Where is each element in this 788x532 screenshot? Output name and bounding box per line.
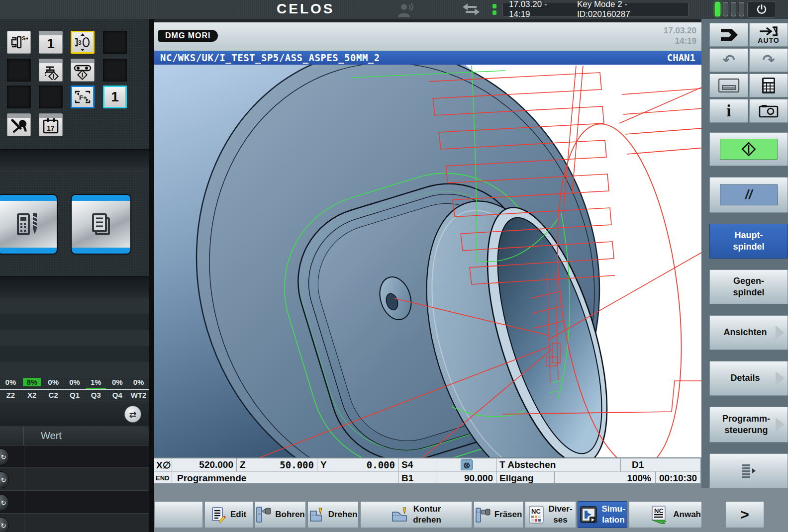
menu-list-icon (740, 463, 757, 478)
svg-text:S+: S+ (22, 35, 28, 41)
axis-load-value: 0% (43, 378, 64, 388)
softkey-simulation[interactable]: Simu- lation (578, 501, 627, 528)
calculator-button[interactable] (749, 74, 788, 97)
chevron-right-icon (776, 371, 785, 385)
table-row[interactable]: ↻ (0, 445, 149, 468)
session-datetime: 17.03.20 - 14:19 (509, 0, 570, 19)
softkey-hauptspindel[interactable]: Haupt- spindel (709, 224, 788, 259)
runtime-value: 00:10:30 (659, 473, 697, 484)
empty-key-slot (7, 86, 31, 108)
menu-extend-button[interactable] (709, 453, 788, 488)
table-row[interactable]: ↻ (0, 491, 149, 514)
info-icon: i (726, 100, 731, 122)
redo-button[interactable]: ↷ (749, 48, 788, 72)
celos-logo: CELOS (277, 1, 334, 17)
spindle-s-plus-key[interactable]: S+ (7, 31, 31, 54)
dmg-mori-logo: DMG MORI (158, 30, 218, 42)
axis-load-value: 0% (106, 378, 128, 388)
left-panel: S+ 1 3 (0, 19, 149, 532)
softkey-details[interactable]: Details (709, 361, 788, 396)
cycle-start-icon (720, 139, 778, 160)
spindle-cell: S4 (398, 458, 437, 471)
softkey-bohren[interactable]: Bohren (255, 501, 306, 528)
axis-b-label: B1 (401, 473, 413, 484)
redo-icon: ↷ (762, 51, 775, 70)
block-skip-button[interactable]: // (709, 177, 788, 213)
main-top-edge (154, 19, 701, 22)
softkey-drehen[interactable]: Drehen (307, 501, 359, 528)
undo-button[interactable]: ↶ (709, 48, 748, 72)
empty-key-slot (103, 31, 127, 54)
axis-label: Q3 (85, 391, 106, 401)
calendar-key[interactable]: 17 (39, 113, 63, 136)
tool-number-key[interactable]: 1 (39, 31, 63, 54)
end-badge: END (156, 474, 169, 482)
feed-mode: Eilgang (499, 473, 534, 484)
softkey-kontur-drehen[interactable]: Kontur drehen (360, 501, 472, 528)
softkey-fraesen[interactable]: Fräsen (474, 501, 523, 528)
service-tools-key[interactable] (7, 113, 31, 136)
softkey-gegenspindel[interactable]: Gegen- spindel (709, 269, 788, 304)
axis-z-label: Z (240, 459, 246, 470)
contour-turning-icon (391, 506, 408, 523)
spindle-stop-icon: ⊗ (461, 459, 473, 470)
table-row[interactable]: ↻ (0, 514, 149, 532)
softkey-programmsteuerung[interactable]: Programm- steuerung (709, 407, 788, 443)
cycle-start-button[interactable] (709, 132, 788, 166)
user-icon[interactable] (396, 2, 416, 17)
channel-bar (731, 2, 736, 16)
milling-icon (475, 506, 491, 523)
coolant-key[interactable] (39, 59, 63, 82)
documents-app-button[interactable] (71, 194, 131, 255)
value-table: Wert ↻ ↻ ↻ ↻ ↻ (0, 427, 149, 532)
softkey-ansichten[interactable]: Ansichten (709, 315, 788, 350)
empty-key-slot (7, 59, 31, 82)
runtime-cell: 00:10:30 (656, 471, 700, 484)
panel-divider (0, 149, 149, 172)
axis-z-value: 50.000 (280, 459, 314, 470)
simulation-3d-scene (154, 65, 701, 457)
refresh-icon: ↻ (0, 471, 9, 488)
single-block-icon (718, 28, 740, 42)
turning-icon (309, 506, 325, 523)
refresh-icon: ↻ (0, 494, 9, 511)
svg-text:3: 3 (78, 39, 82, 46)
top-bar: CELOS 17.03.20 - 14:19 Key Mode 2 - ID:0… (0, 0, 788, 19)
info-button[interactable]: i (709, 99, 748, 123)
swap-view-button[interactable]: ⇄ (124, 406, 141, 423)
softkey-edit[interactable]: Edit (204, 501, 253, 528)
axis-z-cell: Z50.000 (237, 458, 317, 471)
simulation-viewport[interactable] (154, 65, 701, 457)
swap-icon: ⇄ (129, 409, 136, 420)
keyboard-button[interactable] (709, 74, 748, 97)
status-bar: X∅ 520.000 Z50.000 Y0.000 S4 ⊗ T Abstech… (154, 457, 700, 483)
screenshot-button[interactable] (749, 99, 788, 123)
axis-label: WT2 (128, 391, 149, 401)
chip-conveyor-key[interactable] (71, 59, 95, 82)
axis-load-meter (0, 298, 149, 378)
spindle-3-jog-key[interactable]: 3 (71, 31, 95, 54)
right-panel: AUTO ↶ ↷ i (701, 19, 788, 532)
channel-bars (715, 2, 744, 16)
softkey-more[interactable]: > (725, 501, 764, 528)
count-one-key[interactable]: 1 (103, 86, 127, 108)
axis-load-value: 8% (21, 378, 43, 388)
table-row[interactable]: ↻ (0, 468, 149, 491)
softkey-diverses[interactable]: NC Diver- ses (525, 501, 576, 528)
single-block-button[interactable] (709, 23, 748, 47)
tool-data-app-button[interactable] (0, 194, 58, 255)
value-table-column-line (24, 445, 24, 532)
status-dots-icon (492, 4, 496, 15)
sync-arrows-icon[interactable] (462, 2, 481, 16)
auto-mode-button[interactable]: AUTO (749, 23, 788, 47)
power-icon (756, 4, 767, 15)
axis-y-label: Y (320, 459, 327, 470)
tool-label: T Abstechen (499, 459, 556, 470)
panel-divider (0, 276, 149, 298)
spindle-label: S4 (401, 459, 413, 470)
axis-y-cell: Y0.000 (317, 458, 398, 471)
axis-separator-line (0, 389, 149, 390)
feed-plus-key[interactable]: F+ (71, 86, 95, 108)
empty-key-slot (39, 86, 63, 108)
power-button[interactable] (747, 1, 776, 18)
